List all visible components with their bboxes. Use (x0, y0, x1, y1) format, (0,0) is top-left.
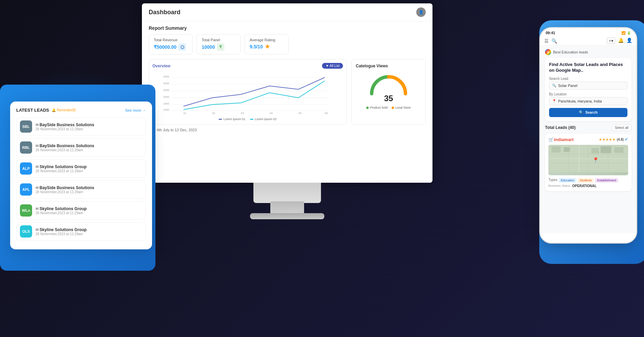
user-avatar[interactable]: 👤 (416, 7, 426, 17)
svg-text:02: 02 (212, 112, 215, 115)
email-icon: ✉ (35, 228, 39, 232)
lead-item: RBL ✉BaySide Business Solutions 28 Nover… (16, 138, 146, 157)
phone-nav-right: +▾ 🔔 👤 (607, 38, 632, 44)
lead-date: 28 Novermber,2023 at 11:29am (35, 127, 142, 131)
reminder-text: Reminder(8) (57, 108, 76, 112)
by-location-input[interactable]: 📍 Panchkula, Haryana, India (549, 97, 627, 105)
add-icon[interactable]: +▾ (607, 38, 615, 44)
star-icon: ★ (265, 43, 270, 50)
phone-wrapper: 09:41 📶 🔋 ☰ 🔍 +▾ 🔔 👤 G Best Education le… (539, 27, 637, 244)
lead-item: WLn ✉Skyline Solutions Group 28 Novermbe… (16, 201, 146, 220)
battery-icon: 🔋 (627, 31, 631, 35)
map-pin: 📍 (592, 157, 599, 163)
svg-text:1500: 1500 (163, 102, 169, 105)
search-card-title: Find Active Solar Leads and Places on Go… (549, 62, 627, 73)
phone-time: 09:41 (546, 31, 555, 35)
lead-info: ✉BaySide Business Solutions 28 Novermber… (35, 185, 142, 194)
select-all-button[interactable]: Select all (612, 125, 631, 131)
search-nav-icon[interactable]: 🔍 (551, 38, 557, 44)
lead-date: 28 Novermber,2023 at 11:29am (35, 169, 142, 173)
monitor-stand (270, 201, 304, 215)
reminder-badge: 🔔 Reminder(8) (52, 108, 76, 112)
svg-rect-26 (551, 146, 561, 152)
map-placeholder: 📍 (548, 145, 628, 175)
location-value: Panchkula, Haryana, India (558, 99, 602, 103)
catalogue-value: 35 (384, 94, 393, 103)
lead-avatar: APL (20, 183, 32, 196)
svg-rect-27 (564, 147, 570, 152)
lead-info: ✉BaySide Business Solutions 28 Novermber… (35, 122, 142, 131)
svg-rect-28 (591, 148, 599, 153)
notification-icon[interactable]: 🔔 (618, 38, 624, 44)
svg-text:3500: 3500 (163, 75, 169, 78)
product-sold-label: Product Sold (370, 106, 388, 109)
wifi-icon: 📶 (621, 31, 625, 35)
account-icon[interactable]: 👤 (626, 38, 632, 44)
total-leads-row: Total Leads (40) Select all (545, 125, 631, 131)
svg-text:05: 05 (298, 112, 301, 115)
svg-text:2000: 2000 (163, 95, 169, 98)
phone-nav-bar: ☰ 🔍 +▾ 🔔 👤 (540, 36, 636, 46)
search-button[interactable]: 🔍 Search (549, 108, 627, 117)
stars: ★★★★★ (599, 137, 616, 142)
stat-value-revenue: ₹50000.00 ⬡ (154, 43, 188, 51)
lead-date: 28 Novermber,2023 at 11:29am (35, 148, 142, 152)
legend-dot-1 (219, 119, 222, 120)
email-icon: ✉ (35, 165, 39, 169)
leads-title-row: LATEST LEADS 🔔 Reminder(8) (16, 108, 76, 113)
lead-info: ✉Skyline Solutions Group 28 Novermber,20… (35, 227, 142, 236)
product-sold-dot (366, 107, 369, 109)
business-status-row: Business Status OPERATIONAL (548, 184, 628, 188)
map-grid-svg (548, 145, 628, 173)
phone-status-bar: 09:41 📶 🔋 (540, 28, 636, 36)
chart-legend: Lorem ipsum 01 Lorem ipsum 02 (152, 117, 343, 121)
gauge-svg (368, 72, 409, 97)
tag-establishment: Establishment (595, 178, 618, 183)
dashboard-header: Dashboard 👤 (142, 3, 432, 21)
lead-name: ✉Skyline Solutions Group (35, 206, 142, 211)
search-input-icon: 🔍 (552, 84, 556, 87)
see-more-link[interactable]: See more → (125, 108, 146, 112)
leads-list: SBL ✉BaySide Business Solutions 28 Nover… (16, 117, 146, 241)
search-button-icon: 🔍 (579, 110, 584, 115)
svg-text:03: 03 (241, 112, 244, 115)
lead-date: 28 Novermber,2023 at 11:29am (35, 211, 142, 215)
line-chart-svg: 3500 3000 2500 2000 1500 1000 (152, 71, 343, 115)
overview-chart: Overview ▼ All List 3500 3000 2500 2000 … (149, 59, 347, 125)
lead-name: ✉Skyline Solutions Group (35, 227, 142, 232)
email-icon: ✉ (35, 207, 39, 211)
business-status-label: Business Status (548, 184, 570, 187)
location-input-icon: 📍 (552, 99, 556, 103)
verified-badge: ✔ (625, 137, 628, 142)
types-label: Types (548, 178, 558, 182)
legend-label-2: Lorem ipsum 02 (255, 117, 277, 121)
svg-rect-30 (614, 147, 623, 153)
dashboard-body: Report Summary Total Revenue ₹50000.00 ⬡… (142, 21, 432, 183)
chart-title: Overview (152, 64, 170, 68)
gauge-legend: Product Sold Local Store (366, 106, 411, 109)
stat-card-panel: Total Panel 10000 ₹ (197, 34, 241, 54)
gauge-wrapper: 35 Product Sold Local Store (356, 72, 421, 109)
phone-status-icons: 📶 🔋 (621, 31, 631, 35)
ad-label: Best Education leads (553, 50, 588, 54)
cube-icon: ⬡ (178, 43, 186, 51)
lead-date: 28 Novermber,2023 at 11:29am (35, 190, 142, 194)
phone-content: G Best Education leads Find Active Solar… (540, 46, 636, 233)
email-icon: ✉ (35, 123, 39, 127)
indiamart-logo: 🛒indiamart (548, 137, 574, 142)
legend-item-1: Lorem ipsum 01 (219, 117, 245, 121)
tag-row: Types Education Students Establishment (548, 178, 628, 183)
svg-rect-29 (600, 146, 611, 153)
search-lead-value: Solar Panel (558, 84, 577, 88)
monitor-body (253, 183, 321, 203)
leads-header: LATEST LEADS 🔔 Reminder(8) See more → (16, 108, 146, 113)
svg-text:2500: 2500 (163, 89, 169, 92)
indiamart-logo-text: 🛒indiamart (548, 137, 574, 142)
hamburger-icon[interactable]: ☰ (544, 38, 549, 44)
svg-text:04: 04 (270, 112, 273, 115)
catalogue-title: Catelogue Views (356, 64, 421, 68)
legend-item-2: Lorem ipsum 02 (250, 117, 277, 121)
search-lead-input[interactable]: 🔍 Solar Panel (549, 82, 627, 90)
all-list-button[interactable]: ▼ All List (322, 63, 343, 69)
lead-item: SBL ✉BaySide Business Solutions 28 Nover… (16, 117, 146, 136)
